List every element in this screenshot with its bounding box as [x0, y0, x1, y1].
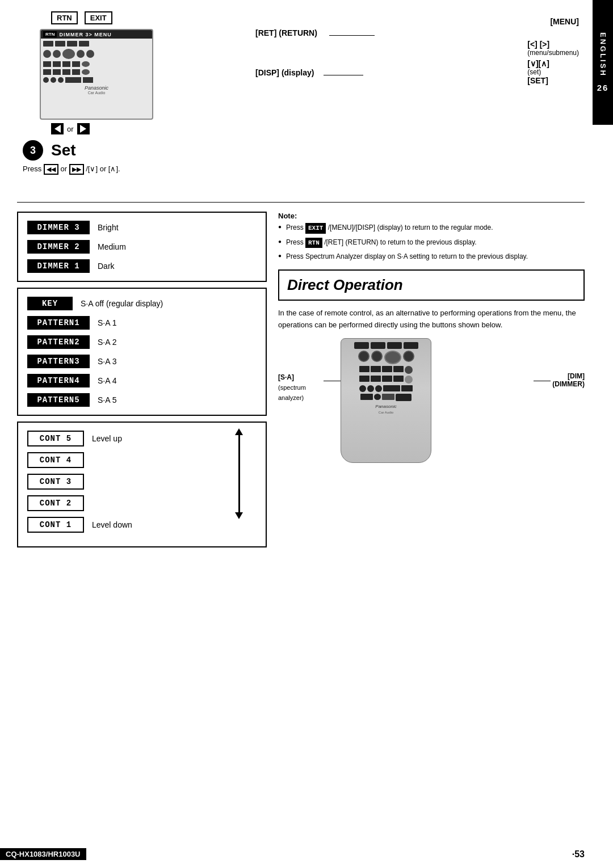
pattern1-btn: PATTERN1: [27, 316, 90, 330]
arrow-down-icon: [235, 512, 243, 519]
remote-r3-4: [393, 366, 404, 372]
cont1-label: Level down: [92, 520, 132, 529]
remote-btn-4: [404, 342, 418, 349]
right-column: Note: Press EXIT /[MENU]/[DISP] (display…: [278, 212, 585, 547]
top-right: [RET] (RETURN) [MENU] [DISP] (display) […: [255, 11, 585, 193]
direct-op-description: In the case of remote control, as an alt…: [278, 307, 585, 331]
pattern4-row: PATTERN4 S·A 4: [27, 374, 257, 387]
dimmer-row-1: DIMMER 1 Dark: [27, 259, 257, 273]
tab-page-number: 26: [597, 83, 609, 92]
pattern4-btn: PATTERN4: [27, 374, 90, 387]
remote-r4-4: [393, 376, 404, 382]
dimmer-2-btn: DIMMER 2: [27, 240, 90, 254]
cont1-row: CONT 1 Level down: [27, 517, 257, 533]
set-number-circle: 3: [23, 140, 43, 161]
cont3-row: CONT 3: [27, 474, 257, 490]
dim-connector-line: [534, 381, 551, 381]
main-divider: [17, 202, 585, 203]
key-label: S·A off (regular display): [81, 299, 163, 308]
arrow-line: [238, 435, 240, 512]
remote-r5-3: [375, 385, 382, 392]
arrow-up-icon: [235, 428, 243, 435]
remote-r3-2: [371, 366, 381, 372]
cont1-btn: CONT 1: [27, 517, 84, 533]
remote-r3-1: [359, 366, 370, 372]
arrow-right-icon: [80, 125, 86, 133]
dimmer-row-2: DIMMER 2 Medium: [27, 240, 257, 254]
remote-btn-3: [387, 342, 402, 349]
arrow-right-box: [77, 123, 90, 134]
arrow-left-box: [51, 123, 64, 134]
direct-operation-title: Direct Operation: [287, 276, 576, 294]
dim-label: [DIM] (DIMMER): [552, 372, 585, 388]
note-1: Press EXIT /[MENU]/[DISP] (display) to r…: [278, 222, 585, 234]
page-number: ·53: [572, 849, 585, 859]
remote-r4-3: [382, 376, 392, 382]
cont4-row: CONT 4: [27, 452, 257, 468]
press-right-icon: ▶▶: [69, 164, 84, 175]
pattern1-label: S·A 1: [98, 318, 116, 327]
bottom-bar: CQ-HX1083/HR1003U ·53: [0, 848, 585, 860]
dimmer-1-btn: DIMMER 1: [27, 259, 90, 273]
language-label: ENGLISH: [599, 32, 607, 77]
pattern-key-row: KEY S·A off (regular display): [27, 297, 257, 310]
remote-r6-2: [374, 394, 381, 400]
remote-row-2: [358, 351, 414, 364]
remote-r6-3: [382, 394, 394, 400]
ret-line: [329, 35, 375, 36]
pattern2-btn: PATTERN2: [27, 335, 90, 349]
cont-table: CONT 5 Level up CONT 4 CONT 3 CONT 2 CON…: [17, 422, 267, 547]
arrow-left-icon: [54, 125, 61, 133]
set-section: 3 Set: [23, 140, 255, 161]
set-instruction: Press ◀◀ or ▶▶ /[∨] or [∧].: [23, 164, 255, 175]
remote-r4-5: [405, 376, 413, 384]
dimmer-table: DIMMER 3 Bright DIMMER 2 Medium DIMMER 1…: [17, 212, 267, 282]
remote-row-1: [354, 342, 418, 349]
remote-r6-1: [360, 394, 373, 400]
menu-submenu-label: (menu/submenu): [527, 49, 579, 57]
pattern3-btn: PATTERN3: [27, 355, 90, 368]
remote-r3-5: [405, 366, 413, 374]
set-title: Set: [51, 141, 76, 159]
remote-round-1: [358, 351, 370, 362]
pattern1-row: PATTERN1 S·A 1: [27, 316, 257, 330]
exit-button-label: EXIT: [85, 11, 112, 24]
main-content: RTN EXIT RTN DIMMER 3> MENU: [17, 11, 585, 857]
or-text: or: [67, 125, 74, 133]
remote-row-3: [359, 366, 413, 374]
pattern5-row: PATTERN5 S·A 5: [27, 393, 257, 407]
pattern-table: KEY S·A off (regular display) PATTERN1 S…: [17, 288, 267, 416]
top-section: RTN EXIT RTN DIMMER 3> MENU: [17, 11, 585, 193]
model-label: CQ-HX1083/HR1003U: [0, 848, 86, 860]
disp-line: [324, 75, 363, 75]
remote-r4-2: [371, 376, 381, 382]
top-left: RTN EXIT RTN DIMMER 3> MENU: [17, 11, 255, 193]
direct-op-remote-diagram: [S·A] (spectrumanalyzer): [278, 338, 585, 486]
pattern5-btn: PATTERN5: [27, 393, 90, 407]
pattern2-label: S·A 2: [98, 338, 116, 347]
remote-unit-display: RTN DIMMER 3> MENU: [40, 29, 153, 120]
remote-row-4: [359, 376, 413, 384]
rtn-button-label: RTN: [51, 11, 78, 24]
notes-section: Note: Press EXIT /[MENU]/[DISP] (display…: [278, 212, 585, 262]
cont5-btn: CONT 5: [27, 431, 84, 446]
sa-label: [S·A] (spectrumanalyzer): [278, 372, 306, 403]
remote-row-5: [359, 385, 413, 392]
pattern2-row: PATTERN2 S·A 2: [27, 335, 257, 349]
key-btn: KEY: [27, 297, 73, 310]
remote-brand: Panasonic: [375, 404, 396, 409]
menu-label: [MENU]: [550, 17, 579, 26]
sa-sublabel: (spectrumanalyzer): [278, 384, 306, 401]
left-column: DIMMER 3 Bright DIMMER 2 Medium DIMMER 1…: [17, 212, 267, 547]
remote-btn-2: [371, 342, 385, 349]
cont2-row: CONT 2: [27, 495, 257, 511]
disp-label: [DISP] (display): [255, 68, 314, 77]
remote-round-3: [403, 351, 414, 362]
remote-sub-brand: Car Audio: [379, 411, 393, 414]
remote-r5-1: [359, 385, 366, 392]
remote-small-wrapper: Panasonic Car Audio: [335, 338, 437, 474]
dimmer-3-btn: DIMMER 3: [27, 221, 90, 234]
dimmer-1-label: Dark: [98, 262, 115, 271]
cont5-row: CONT 5 Level up: [27, 431, 257, 446]
remote-center-knob: [384, 351, 401, 364]
